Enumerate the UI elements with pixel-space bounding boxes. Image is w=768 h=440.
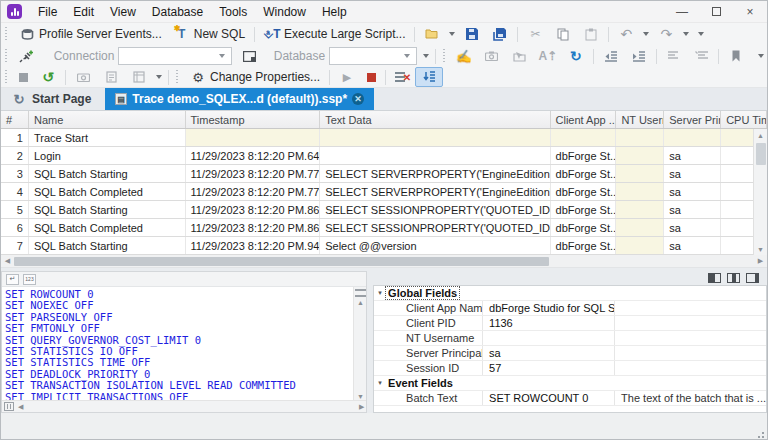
toolbar-grip[interactable] xyxy=(4,27,9,41)
field-row[interactable]: NT Username xyxy=(374,331,766,346)
events-grid-vscrollbar[interactable]: ▲▼ xyxy=(753,129,767,255)
edit-connection-button[interactable] xyxy=(236,46,264,66)
maximize-button[interactable] xyxy=(699,1,733,22)
hscroll-thumb[interactable] xyxy=(14,257,549,266)
resize-grip-icon[interactable] xyxy=(755,429,765,439)
execute-large-script-button[interactable]: ⎀T Execute Large Script... xyxy=(258,24,411,44)
export-events-button[interactable] xyxy=(125,67,153,87)
table-row[interactable]: 3SQL Batch Starting11/29/2023 8:12:20 PM… xyxy=(1,165,767,183)
column-header-server_principal[interactable]: Server Prin... xyxy=(664,111,721,128)
scroll-down-icon[interactable]: ▼ xyxy=(754,243,767,255)
table-row[interactable]: 7SQL Batch Starting11/29/2023 8:12:20 PM… xyxy=(1,237,767,255)
tab-start-page[interactable]: ↻ Start Page xyxy=(1,88,101,110)
field-row[interactable]: Server Principal Namesa xyxy=(374,346,766,361)
layout-left-icon[interactable] xyxy=(708,273,721,283)
undo-button[interactable]: ↶ xyxy=(612,24,640,44)
toolbar-grip[interactable] xyxy=(175,70,180,84)
bookmark-caret-icon[interactable] xyxy=(758,54,764,58)
layout-center-icon[interactable] xyxy=(727,273,740,283)
change-properties-button[interactable]: ⚙ Change Properties... xyxy=(184,67,326,87)
toolbar-grip[interactable] xyxy=(442,49,446,63)
table-row[interactable]: 6SQL Batch Completed11/29/2023 8:12:20 P… xyxy=(1,219,767,237)
uncomment-button[interactable] xyxy=(687,46,715,66)
layout-folder-button[interactable] xyxy=(506,46,534,66)
layout-right-icon[interactable] xyxy=(746,273,759,283)
toolbar-grip[interactable] xyxy=(4,49,8,63)
field-row[interactable]: Session ID57 xyxy=(374,361,766,376)
menu-edit[interactable]: Edit xyxy=(65,1,102,22)
field-row[interactable]: Client App NamedbForge Studio for SQL Se… xyxy=(374,301,766,316)
open-file-button[interactable] xyxy=(418,24,446,44)
field-group-header[interactable]: ▾Event Fields xyxy=(374,376,766,391)
validate-button[interactable]: ✍ xyxy=(450,46,478,66)
redo-caret-icon[interactable] xyxy=(683,32,689,36)
toolbar-overflow-caret-icon[interactable] xyxy=(698,32,704,36)
refresh-button[interactable]: ↻ xyxy=(562,46,590,66)
word-wrap-icon[interactable]: ↵ xyxy=(6,274,19,285)
minimize-button[interactable]: — xyxy=(665,1,699,22)
scroll-up-icon[interactable]: ▲ xyxy=(754,129,767,141)
new-sql-button[interactable]: T✱ New SQL xyxy=(168,24,251,44)
clear-events-button[interactable]: ✕ xyxy=(389,67,415,87)
profile-server-events-button[interactable]: Profile Server Events... xyxy=(13,24,168,44)
comment-button[interactable] xyxy=(659,46,687,66)
collapse-chevron-icon[interactable]: ▾ xyxy=(374,379,386,387)
scroll-left-icon[interactable]: ◀ xyxy=(18,403,23,411)
cut-button[interactable]: ✂ xyxy=(521,24,549,44)
menu-window[interactable]: Window xyxy=(255,1,314,22)
menu-database[interactable]: Database xyxy=(144,1,211,22)
history-button[interactable]: ↺ xyxy=(34,67,62,87)
tab-close-icon[interactable]: ✕ xyxy=(352,93,364,105)
menu-help[interactable]: Help xyxy=(314,1,355,22)
menu-tools[interactable]: Tools xyxy=(211,1,255,22)
scroll-up-icon[interactable]: ▲ xyxy=(357,299,364,306)
editor-split-handle[interactable] xyxy=(355,289,366,297)
table-row[interactable]: 5SQL Batch Starting11/29/2023 8:12:20 PM… xyxy=(1,201,767,219)
copy-button[interactable] xyxy=(549,24,577,44)
save-all-button[interactable] xyxy=(486,24,514,44)
column-header-text_data[interactable]: Text Data xyxy=(320,111,550,128)
column-header-client_app[interactable]: Client App ... xyxy=(551,111,617,128)
database-extra-caret-icon[interactable] xyxy=(423,54,429,58)
scroll-left-icon[interactable]: ◀ xyxy=(1,255,14,267)
scroll-down-icon[interactable]: ▼ xyxy=(357,393,364,400)
events-grid-hscrollbar[interactable]: ◀ ▶ xyxy=(1,255,767,268)
batch-text-editor[interactable]: SET ROWCOUNT 0SET NOEXEC OFFSET PARSEONL… xyxy=(2,287,366,400)
new-connection-button[interactable] xyxy=(12,46,40,66)
column-header-name[interactable]: Name xyxy=(29,111,186,128)
bookmark-button[interactable] xyxy=(722,46,750,66)
open-file-caret-icon[interactable] xyxy=(449,32,455,36)
undo-caret-icon[interactable] xyxy=(643,32,649,36)
editor-resize-handle[interactable] xyxy=(4,402,14,411)
export-caret-icon[interactable] xyxy=(156,75,162,79)
field-row[interactable]: Batch TextSET ROWCOUNT 0The text of the … xyxy=(374,391,766,406)
snapshot-trace-button[interactable] xyxy=(69,67,97,87)
collapse-chevron-icon[interactable]: ▾ xyxy=(374,289,386,297)
editor-vscrollbar[interactable]: ▲ ▼ xyxy=(353,287,366,400)
column-header-timestamp[interactable]: Timestamp xyxy=(186,111,321,128)
redo-button[interactable]: ↷ xyxy=(652,24,680,44)
menu-file[interactable]: File xyxy=(30,1,65,22)
indent-decrease-button[interactable] xyxy=(597,46,625,66)
vscroll-thumb[interactable] xyxy=(756,143,766,165)
editor-hscrollbar[interactable]: ◀ ▶ xyxy=(2,400,366,412)
table-row[interactable]: 2Login11/29/2023 8:12:20 PM.640dbForge S… xyxy=(1,147,767,165)
sort-button[interactable]: A⇡ xyxy=(534,46,562,66)
menu-view[interactable]: View xyxy=(102,1,144,22)
paste-button[interactable] xyxy=(577,24,605,44)
field-group-header[interactable]: ▾Global Fields xyxy=(374,286,766,301)
connection-combobox[interactable] xyxy=(118,47,231,65)
tab-trace-document[interactable]: ▤ Trace demo_SQLEX...d (default)).ssp* ✕ xyxy=(105,88,374,110)
table-row[interactable]: 1Trace Start xyxy=(1,129,767,147)
close-button[interactable]: × xyxy=(733,1,767,22)
autoscroll-toggle-button[interactable] xyxy=(415,67,443,87)
scroll-right-icon[interactable]: ▶ xyxy=(359,403,364,411)
save-button[interactable] xyxy=(458,24,486,44)
stop-trace-button[interactable] xyxy=(361,67,382,87)
line-numbers-icon[interactable]: 123 xyxy=(23,274,36,285)
start-trace-button[interactable]: ▶ xyxy=(333,67,361,87)
pause-trace-button[interactable] xyxy=(13,67,34,87)
snapshot-button[interactable] xyxy=(478,46,506,66)
column-header-nt_username[interactable]: NT Userna... xyxy=(616,111,664,128)
indent-increase-button[interactable] xyxy=(625,46,653,66)
